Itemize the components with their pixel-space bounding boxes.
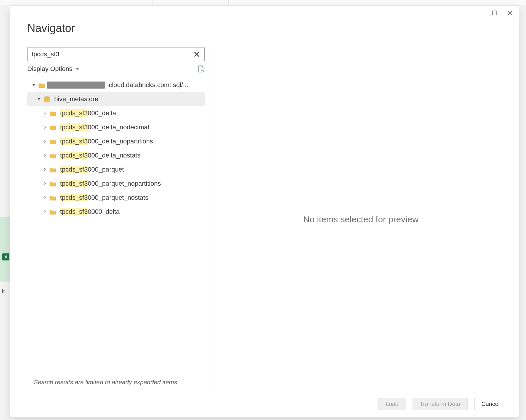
transform-data-button[interactable]: Transform Data — [413, 398, 468, 410]
expand-toggle[interactable] — [43, 195, 47, 200]
chevron-down-icon — [76, 68, 79, 70]
triangle-down-icon — [37, 97, 41, 101]
close-icon — [508, 10, 513, 16]
triangle-right-icon — [43, 182, 46, 185]
search-input[interactable] — [32, 50, 193, 58]
x-icon — [194, 51, 200, 57]
triangle-right-icon — [43, 168, 46, 171]
load-button[interactable]: Load — [378, 398, 406, 410]
background-label: fr — [2, 288, 5, 294]
expand-toggle[interactable] — [31, 83, 36, 87]
cancel-button[interactable]: Cancel — [474, 398, 507, 410]
maximize-button[interactable] — [491, 9, 498, 17]
triangle-down-icon — [32, 83, 35, 87]
tree-item[interactable]: tpcds_sf3000_parquet_nopartitions — [27, 177, 205, 191]
expand-toggle[interactable] — [43, 125, 47, 130]
svg-marker-6 — [32, 84, 35, 86]
excel-icon: X — [2, 253, 9, 260]
expand-toggle[interactable] — [43, 167, 47, 172]
tree-item-label: tpcds_sf3000_delta_nostats — [60, 152, 140, 159]
expand-toggle[interactable] — [43, 209, 47, 214]
background-ribbon — [0, 0, 526, 5]
expand-toggle[interactable] — [43, 181, 47, 186]
navigator-left-pane: Display Options — [27, 48, 215, 391]
triangle-right-icon — [43, 111, 46, 115]
folder-icon — [50, 153, 56, 158]
tree-item[interactable]: tpcds_sf3000_parquet_nostats — [27, 191, 205, 205]
display-options-label: Display Options — [27, 65, 72, 73]
tree-item-label: tpcds_sf3000_delta — [60, 109, 116, 117]
expand-toggle[interactable] — [37, 97, 41, 101]
tree-item[interactable]: tpcds_sf3000_delta_nostats — [27, 148, 205, 162]
tree-item[interactable]: tpcds_sf3000_parquet — [27, 162, 205, 177]
tree-item-label: tpcds_sf3000_parquet_nostats — [60, 194, 148, 201]
tree-item-label: tpcds_sf30000_delta — [60, 208, 120, 216]
svg-marker-7 — [38, 98, 40, 100]
svg-marker-10 — [44, 112, 46, 115]
dialog-footer: Load Transform Data Cancel — [10, 391, 519, 417]
folder-icon — [38, 82, 45, 88]
folder-icon — [50, 209, 56, 215]
tree-item[interactable]: tpcds_sf3000_delta_nodecimal — [27, 120, 205, 134]
folder-icon — [50, 110, 56, 116]
svg-rect-0 — [492, 11, 496, 15]
folder-icon — [50, 138, 56, 144]
expand-toggle[interactable] — [43, 111, 47, 116]
tree-item-label: tpcds_sf3000_delta_nodecimal — [60, 123, 149, 131]
svg-marker-17 — [44, 210, 46, 213]
triangle-right-icon — [43, 140, 46, 143]
root-label-suffix: .cloud.databricks.com: sql/... — [107, 81, 189, 89]
tree-root-node[interactable]: .cloud.databricks.com: sql/... — [27, 78, 205, 92]
navigator-tree[interactable]: .cloud.databricks.com: sql/... hive_meta… — [27, 78, 205, 373]
navigator-dialog: Navigator Display Options — [10, 5, 519, 417]
tree-item-label: tpcds_sf3000_parquet_nopartitions — [60, 180, 161, 187]
tree-item-label: tpcds_sf3000_delta_nopartitions — [60, 138, 153, 145]
page-refresh-icon — [198, 65, 204, 73]
svg-marker-11 — [44, 126, 46, 129]
triangle-right-icon — [43, 154, 46, 157]
triangle-right-icon — [43, 210, 46, 214]
clear-search-button[interactable] — [193, 50, 201, 58]
svg-marker-15 — [44, 182, 46, 185]
triangle-right-icon — [43, 196, 46, 199]
square-icon — [492, 10, 497, 16]
folder-icon — [50, 167, 56, 172]
metastore-label: hive_metastore — [54, 95, 98, 103]
tree-item[interactable]: tpcds_sf30000_delta — [27, 205, 205, 219]
svg-marker-12 — [44, 140, 46, 143]
close-button[interactable] — [506, 9, 514, 17]
display-options-dropdown[interactable]: Display Options — [27, 65, 79, 73]
database-icon — [44, 96, 50, 102]
tree-item-label: tpcds_sf3000_parquet — [60, 166, 124, 173]
svg-marker-13 — [44, 154, 46, 157]
search-box[interactable] — [27, 48, 205, 61]
svg-marker-14 — [44, 168, 46, 171]
folder-icon — [50, 181, 56, 187]
redacted-hostname — [47, 82, 105, 89]
folder-icon — [50, 124, 56, 130]
preview-empty-message: No items selected for preview — [303, 214, 419, 224]
triangle-right-icon — [43, 126, 46, 129]
expand-toggle[interactable] — [43, 139, 47, 144]
tree-item[interactable]: tpcds_sf3000_delta — [27, 106, 205, 120]
dialog-title: Navigator — [27, 22, 519, 35]
preview-pane: No items selected for preview — [215, 48, 507, 391]
tree-item[interactable]: tpcds_sf3000_delta_nopartitions — [27, 134, 205, 148]
folder-icon — [50, 195, 56, 201]
refresh-button[interactable] — [198, 65, 204, 73]
expand-toggle[interactable] — [43, 153, 47, 158]
search-note: Search results are limited to already ex… — [34, 379, 177, 386]
svg-marker-16 — [44, 196, 46, 199]
tree-metastore-node[interactable]: hive_metastore — [27, 92, 205, 106]
